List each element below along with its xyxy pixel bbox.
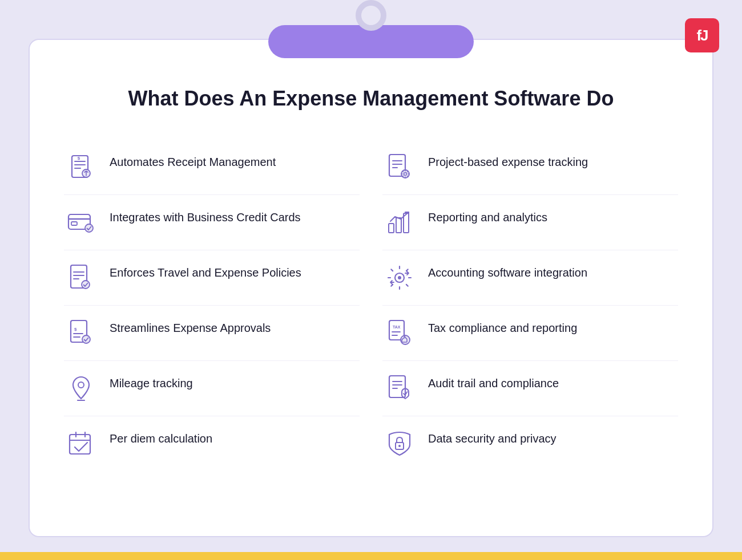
- item-label-tax-compliance: Tax compliance and reporting: [428, 316, 577, 336]
- list-item: Reporting and analytics: [382, 195, 678, 250]
- svg-text:TAX: TAX: [393, 325, 401, 329]
- list-item: Accounting software integration: [382, 250, 678, 306]
- list-item: Mileage tracking: [64, 361, 360, 416]
- svg-rect-19: [70, 435, 90, 454]
- item-label-per-diem: Per diem calculation: [110, 427, 212, 447]
- item-label-accounting-integration: Accounting software integration: [428, 261, 587, 281]
- item-label-mileage-tracking: Mileage tracking: [110, 371, 193, 391]
- page-title: What Does An Expense Management Software…: [64, 86, 678, 111]
- svg-point-17: [78, 382, 84, 388]
- shield-lock-icon: [382, 427, 417, 461]
- list-item: Integrates with Business Credit Cards: [64, 195, 360, 250]
- logo-text: fJ: [696, 27, 707, 44]
- svg-point-33: [398, 276, 401, 279]
- clipboard-card: What Does An Expense Management Software…: [29, 39, 713, 537]
- calendar-check-icon: [64, 427, 98, 461]
- list-item: Project-based expense tracking: [382, 140, 678, 195]
- document-check-icon: [64, 261, 98, 295]
- list-item: Data security and privacy: [382, 416, 678, 471]
- svg-text:$: $: [78, 156, 80, 161]
- svg-point-11: [82, 281, 90, 289]
- logo-badge: fJ: [685, 18, 719, 52]
- svg-rect-30: [396, 218, 401, 233]
- right-column: Project-based expense tracking Reporting…: [382, 140, 678, 471]
- list-item: Audit trail and compliance: [382, 361, 678, 416]
- svg-rect-8: [71, 222, 77, 225]
- location-pin-icon: [64, 371, 98, 405]
- credit-card-check-icon: [64, 205, 98, 240]
- svg-rect-29: [389, 224, 394, 233]
- svg-point-9: [85, 224, 93, 232]
- list-item: TAX Tax compliance and reporting: [382, 306, 678, 361]
- item-label-reporting-analytics: Reporting and analytics: [428, 205, 547, 225]
- item-label-data-security: Data security and privacy: [428, 427, 556, 447]
- svg-rect-39: [389, 376, 405, 397]
- clip-ring: [356, 0, 386, 31]
- item-label-audit-trail: Audit trail and compliance: [428, 371, 559, 391]
- expense-approval-icon: $: [64, 316, 98, 350]
- list-item: Per diem calculation: [64, 416, 360, 471]
- svg-text:$: $: [74, 327, 77, 332]
- item-label-enforces-policies: Enforces Travel and Expense Policies: [110, 261, 301, 281]
- left-column: $ Automates Receipt Management: [64, 140, 360, 471]
- item-label-automates-receipt: Automates Receipt Management: [110, 150, 276, 170]
- bottom-bar: [0, 552, 742, 560]
- gear-arrows-icon: [382, 261, 417, 295]
- document-shield-icon: [382, 371, 417, 405]
- svg-point-44: [398, 445, 401, 447]
- bar-chart-up-icon: [382, 205, 417, 240]
- receipt-dollar-icon: $: [64, 150, 98, 184]
- document-gear-icon: [382, 150, 417, 184]
- list-item: $ Streamlines Expense Approvals: [64, 306, 360, 361]
- item-label-integrates-cards: Integrates with Business Credit Cards: [110, 205, 301, 225]
- clipboard-clip: [268, 0, 474, 58]
- list-item: $ Automates Receipt Management: [64, 140, 360, 195]
- svg-point-16: [82, 335, 90, 343]
- list-item: Enforces Travel and Expense Policies: [64, 250, 360, 306]
- tax-thumbsup-icon: TAX: [382, 316, 417, 350]
- items-grid: $ Automates Receipt Management: [64, 140, 678, 471]
- item-label-streamlines-approvals: Streamlines Expense Approvals: [110, 316, 271, 336]
- item-label-project-expense: Project-based expense tracking: [428, 150, 588, 170]
